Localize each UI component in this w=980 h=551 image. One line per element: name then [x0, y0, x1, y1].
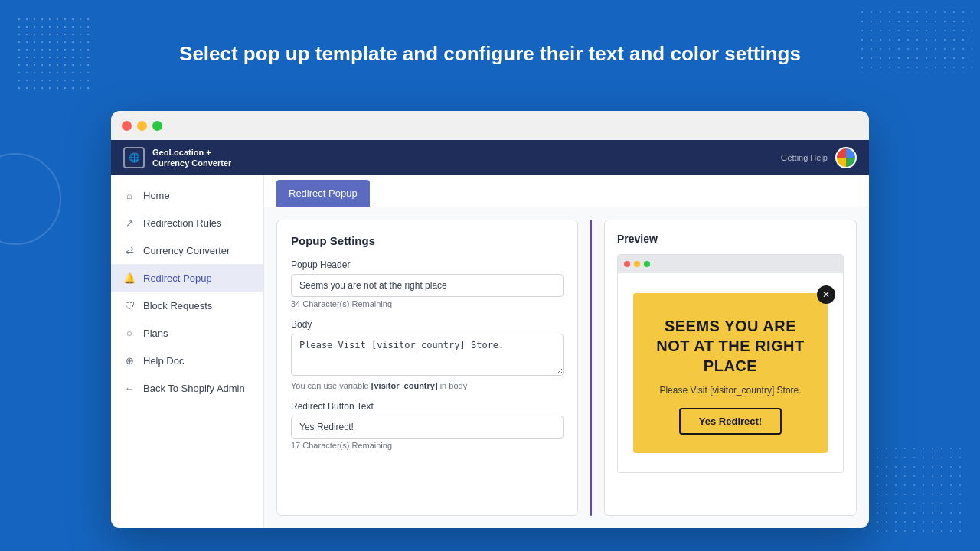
- sidebar-item-block-label: Block Requests: [143, 300, 212, 311]
- app-avatar: [835, 147, 857, 168]
- preview-browser-chrome: [618, 255, 843, 273]
- preview-browser: ✕ SEEMS YOU ARE NOT AT THE RIGHT PLACE P…: [617, 254, 844, 473]
- sidebar-item-back-to-shopify[interactable]: ← Back To Shopify Admin: [111, 374, 263, 402]
- preview-title: Preview: [617, 233, 844, 245]
- sidebar-item-home-label: Home: [143, 190, 170, 201]
- settings-panel-title: Popup Settings: [291, 234, 564, 247]
- traffic-light-yellow[interactable]: [137, 121, 147, 131]
- sidebar-item-redirect-popup-label: Redirect Popup: [143, 272, 212, 284]
- preview-tl-green: [644, 261, 650, 267]
- redirect-btn-label: Redirect Button Text: [291, 401, 564, 412]
- sidebar-item-help-label: Help Doc: [143, 355, 184, 367]
- redirect-char-remaining: 17 Character(s) Remaining: [291, 441, 564, 450]
- shield-icon: 🛡: [123, 299, 136, 311]
- sidebar-item-help-doc[interactable]: ⊕ Help Doc: [111, 347, 263, 374]
- traffic-light-green[interactable]: [152, 121, 162, 131]
- preview-tl-yellow: [634, 261, 640, 267]
- popup-close-button[interactable]: ✕: [817, 285, 835, 304]
- form-group-header: Popup Header 34 Character(s) Remaining: [291, 259, 564, 308]
- body-hint: You can use variable [visitor_country] i…: [291, 381, 564, 390]
- header-input[interactable]: [291, 274, 564, 297]
- bg-decoration-circle: [0, 153, 61, 245]
- plans-icon: ○: [123, 327, 136, 339]
- bg-decoration-dots-br: [873, 444, 965, 536]
- sidebar-item-plans[interactable]: ○ Plans: [111, 319, 263, 347]
- content-scroll: Popup Settings Popup Header 34 Character…: [264, 207, 869, 528]
- sidebar-item-block-requests[interactable]: 🛡 Block Requests: [111, 292, 263, 319]
- sidebar-item-currency-converter[interactable]: ⇄ Currency Converter: [111, 236, 263, 264]
- app-header-right: Getting Help: [781, 147, 857, 168]
- header-field-label: Popup Header: [291, 259, 564, 270]
- content-area: Redirect Popup Popup Settings Popup Head…: [264, 175, 869, 528]
- redirect-icon: ↗: [123, 217, 136, 229]
- browser-window: 🌐 GeoLocation +Currency Converter Gettin…: [111, 111, 869, 528]
- popup-body-text: Please Visit [visitor_country] Store.: [652, 385, 809, 396]
- preview-panel: Preview ✕ SEEMS YOU ARE NOT AT THE RI: [604, 220, 857, 516]
- popup-heading: SEEMS YOU ARE NOT AT THE RIGHT PLACE: [652, 316, 809, 376]
- browser-chrome: [111, 111, 869, 140]
- form-group-redirect-btn: Redirect Button Text 17 Character(s) Rem…: [291, 401, 564, 450]
- bell-icon: 🔔: [123, 272, 136, 284]
- sidebar-item-plans-label: Plans: [143, 328, 168, 339]
- home-icon: ⌂: [123, 189, 136, 201]
- redirect-btn-input[interactable]: [291, 416, 564, 439]
- body-hint-text: You can use variable: [291, 381, 369, 390]
- preview-content: ✕ SEEMS YOU ARE NOT AT THE RIGHT PLACE P…: [618, 273, 843, 472]
- body-textarea[interactable]: Please Visit [visitor_country] Store.: [291, 334, 564, 376]
- settings-panel: Popup Settings Popup Header 34 Character…: [276, 220, 578, 516]
- page-title: Select pop up template and configure the…: [0, 42, 980, 66]
- app-header: 🌐 GeoLocation +Currency Converter Gettin…: [111, 140, 869, 175]
- sidebar-item-redirection-rules[interactable]: ↗ Redirection Rules: [111, 209, 263, 236]
- form-group-body: Body Please Visit [visitor_country] Stor…: [291, 319, 564, 390]
- traffic-light-red[interactable]: [122, 121, 132, 131]
- body-variable: [visitor_country]: [371, 381, 438, 390]
- main-content: ⌂ Home ↗ Redirection Rules ⇄ Currency Co…: [111, 175, 869, 528]
- popup-redirect-button[interactable]: Yes Redirect!: [679, 408, 782, 435]
- sidebar-item-back-label: Back To Shopify Admin: [143, 383, 245, 394]
- tab-redirect-popup[interactable]: Redirect Popup: [276, 180, 370, 207]
- header-char-remaining: 34 Character(s) Remaining: [291, 299, 564, 308]
- help-icon: ⊕: [123, 354, 136, 367]
- popup-modal: ✕ SEEMS YOU ARE NOT AT THE RIGHT PLACE P…: [633, 293, 828, 453]
- sidebar-item-home[interactable]: ⌂ Home: [111, 181, 263, 209]
- app-header-title: GeoLocation +Currency Converter: [152, 147, 231, 169]
- header-help-link[interactable]: Getting Help: [781, 153, 828, 162]
- sidebar-item-redirection-label: Redirection Rules: [143, 217, 222, 229]
- vertical-divider: [590, 220, 592, 516]
- app-header-left: 🌐 GeoLocation +Currency Converter: [123, 147, 231, 169]
- tab-bar: Redirect Popup: [264, 175, 869, 207]
- preview-tl-red: [624, 261, 630, 267]
- sidebar-item-redirect-popup[interactable]: 🔔 Redirect Popup: [111, 264, 263, 292]
- app-logo-icon: 🌐: [123, 147, 145, 168]
- body-hint-text2: in body: [440, 381, 467, 390]
- sidebar-item-currency-label: Currency Converter: [143, 245, 230, 256]
- body-field-label: Body: [291, 319, 564, 330]
- sidebar: ⌂ Home ↗ Redirection Rules ⇄ Currency Co…: [111, 175, 264, 528]
- app-layout: 🌐 GeoLocation +Currency Converter Gettin…: [111, 140, 869, 528]
- currency-icon: ⇄: [123, 244, 136, 256]
- back-icon: ←: [123, 382, 136, 394]
